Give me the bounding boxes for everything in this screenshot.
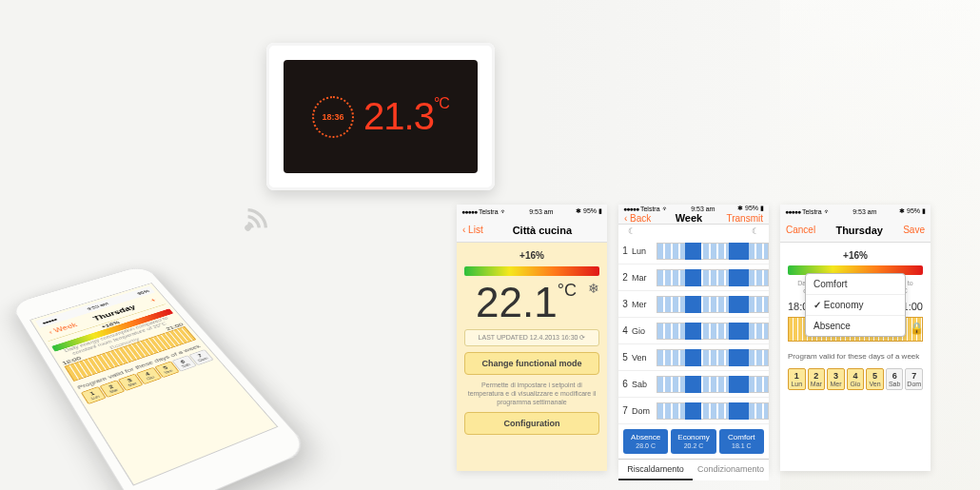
current-temp: 22.1°C ❄ <box>464 282 599 323</box>
day-chip[interactable]: 2Mar <box>808 368 826 390</box>
energy-gradient <box>464 266 599 276</box>
mode-button-absence[interactable]: Absence28.0 C <box>623 429 668 454</box>
day-row[interactable]: 2 Mar <box>618 265 769 291</box>
day-schedule-bar[interactable] <box>657 376 769 393</box>
nav-bar: Cancel Thursday Save <box>780 218 931 243</box>
app-screen-week: ●●●●● Telstra ᯤ 9:53 am ✱ 95% ▮ ‹ Back W… <box>618 205 769 471</box>
mode-dropdown[interactable]: ComfortEconomyAbsence <box>805 273 906 337</box>
iphone-perspective: ●●●●●9:53 am95% ‹ Week Thursday + +16% D… <box>10 245 368 490</box>
app-screen-day: ●●●●● Telstra ᯤ 9:53 am ✱ 95% ▮ Cancel T… <box>780 205 931 471</box>
wall-thermostat: 18:36 21.3°C <box>266 43 495 190</box>
day-schedule-bar[interactable] <box>657 243 769 260</box>
day-chips: 1Lun2Mar3Mer4Gio5Ven6Sab7Dom <box>788 368 923 390</box>
legend-icons: ☾☾ <box>618 225 769 238</box>
dropdown-option[interactable]: Comfort <box>806 274 905 295</box>
back-button[interactable]: ‹ Back <box>624 213 651 224</box>
day-row[interactable]: 4 Gio <box>618 318 769 344</box>
energy-pct: +16% <box>788 250 923 261</box>
moon-icon: ☾ <box>628 226 636 236</box>
save-button[interactable]: Save <box>903 225 925 235</box>
dropdown-option[interactable]: Economy <box>806 295 905 316</box>
dropdown-option[interactable]: Absence <box>806 316 905 336</box>
cancel-button[interactable]: Cancel <box>786 225 815 235</box>
day-row[interactable]: 3 Mer <box>618 291 769 318</box>
tab-heating[interactable]: Riscaldamento <box>618 460 693 480</box>
day-schedule-bar[interactable] <box>657 402 769 420</box>
day-chip[interactable]: 4Gio <box>847 368 865 390</box>
lock-icon: 🔒 <box>910 322 924 335</box>
transmit-button[interactable]: Transmit <box>726 213 763 224</box>
last-updated[interactable]: LAST UPDATED 12.4.2013 16:30 ⟳ <box>464 329 599 346</box>
tab-cooling[interactable]: Condizionamento <box>693 460 769 480</box>
thermostat-temp: 21.3°C <box>363 95 449 138</box>
change-mode-button[interactable]: Change functional mode <box>464 352 599 375</box>
wifi-icon <box>238 200 276 238</box>
snowflake-icon: ❄ <box>588 282 599 295</box>
nav-bar: ‹ List Città cucina <box>457 218 607 243</box>
page-title: Città cucina <box>513 225 572 236</box>
day-schedule-bar[interactable] <box>657 296 769 313</box>
list-button[interactable]: ‹ List <box>462 225 483 235</box>
day-row[interactable]: 5 Ven <box>618 344 769 371</box>
add-button[interactable]: + <box>148 297 157 304</box>
status-bar: ●●●●● Telstra ᯤ 9:53 am ✱ 95% ▮ <box>618 205 769 212</box>
bottom-tabs: Riscaldamento Condizionamento <box>618 459 769 480</box>
configuration-button[interactable]: Configuration <box>464 412 599 435</box>
status-bar: ●●●●● Telstra ᯤ 9:53 am ✱ 95% ▮ <box>457 205 607 218</box>
thermostat-screen: 18:36 21.3°C <box>284 60 478 173</box>
svg-point-0 <box>245 225 250 230</box>
energy-pct: +16% <box>464 250 599 261</box>
nav-bar: ‹ Back Week Transmit <box>618 212 769 225</box>
program-label: Program valid for these days of a week <box>788 352 923 361</box>
description-text: Permette di impostare i setpoint di temp… <box>464 381 599 406</box>
day-chip[interactable]: 6Sab <box>886 368 904 390</box>
day-schedule-bar[interactable] <box>657 349 769 366</box>
mode-button-comfort[interactable]: Comfort18.1 C <box>719 429 764 454</box>
day-chip[interactable]: 7Dom <box>905 368 923 390</box>
mode-button-economy[interactable]: Economy20.2 C <box>671 429 715 454</box>
page-title: Week <box>676 212 703 224</box>
app-screen-home: ●●●●● Telstra ᯤ 9:53 am ✱ 95% ▮ ‹ List C… <box>457 205 607 471</box>
page-title: Thursday <box>835 225 883 236</box>
day-row[interactable]: 7 Dom <box>618 398 769 424</box>
day-row[interactable]: 6 Sab <box>618 371 769 398</box>
day-chip[interactable]: 3Mer <box>827 368 845 390</box>
status-bar: ●●●●● Telstra ᯤ 9:53 am ✱ 95% ▮ <box>780 205 931 218</box>
moon-icon: ☾ <box>752 226 759 236</box>
day-schedule-bar[interactable] <box>657 323 769 340</box>
day-chip[interactable]: 1Lun <box>788 368 806 390</box>
mode-bar: Absence28.0 CEconomy20.2 CComfort18.1 C <box>618 424 769 459</box>
thermostat-time: 18:36 <box>323 112 344 122</box>
thermostat-dial: 18:36 <box>312 96 354 138</box>
day-schedule-bar[interactable] <box>657 269 769 286</box>
day-chip[interactable]: 5Ven <box>866 368 884 390</box>
day-row[interactable]: 1 Lun <box>618 238 769 265</box>
